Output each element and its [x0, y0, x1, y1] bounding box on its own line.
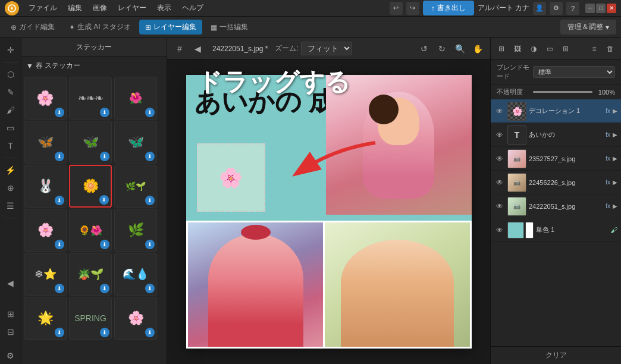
sticker-item-7[interactable]: 🐰 ⬇: [24, 165, 67, 208]
layer-visibility-2[interactable]: 👁: [494, 130, 505, 140]
write-out-button[interactable]: ↑ 書き出し: [423, 1, 474, 15]
zoom-tool[interactable]: ⊕: [2, 180, 19, 196]
zoom-in-button[interactable]: 🔍: [452, 41, 468, 57]
pencil-tool[interactable]: ✎: [2, 84, 19, 101]
transform-tool[interactable]: ⊞: [2, 306, 19, 322]
brush-tool[interactable]: 🖌: [2, 102, 19, 118]
layer-expand-5[interactable]: ▶: [613, 203, 617, 209]
redo-button[interactable]: ↪: [406, 2, 419, 15]
layer-fx-4: fx: [606, 179, 610, 186]
text-tool[interactable]: T: [2, 137, 19, 154]
layer-item-photo1[interactable]: 👁 📷 23527527_s.jpg fx ▶: [491, 147, 621, 171]
layer-expand-4[interactable]: ▶: [613, 179, 617, 186]
canvas-navigate-left[interactable]: ◀: [190, 41, 205, 57]
menu-edit[interactable]: 編集: [63, 2, 87, 14]
settings-icon[interactable]: ⚙: [550, 2, 563, 15]
sticker-item-6[interactable]: 🦋 ⬇: [114, 121, 157, 164]
layer-item-text[interactable]: 👁 T あいかの fx ▶: [491, 123, 621, 147]
arrange-tool[interactable]: ⊟: [2, 324, 19, 340]
delete-layer-button[interactable]: 🗑: [603, 42, 617, 56]
text-layer-button[interactable]: ⊞: [559, 42, 573, 56]
layer-expand-1[interactable]: ▶: [613, 108, 617, 114]
layer-expand-3[interactable]: ▶: [613, 155, 617, 162]
blend-mode-select[interactable]: 標準 乗算 スクリーン: [533, 66, 615, 78]
sticker-item-18[interactable]: 🌸 ⬇: [114, 297, 157, 340]
guide-edit-button[interactable]: ⊕ ガイド編集: [5, 20, 61, 34]
sticker-item-16[interactable]: 🌟 ⬇: [24, 297, 67, 340]
layer-item-decoration[interactable]: 👁 🌸 デコレーション 1 fx ▶: [491, 99, 621, 123]
opacity-slider[interactable]: [533, 91, 592, 93]
sticker-item-3[interactable]: 🌺 ⬇: [114, 77, 157, 120]
menu-file[interactable]: ファイル: [24, 2, 62, 14]
undo-button[interactable]: ↩: [390, 2, 403, 15]
settings-tool[interactable]: ⚙: [2, 347, 19, 364]
sticker-item-13[interactable]: ❄⭐ ⬇: [24, 253, 67, 296]
layer-visibility-5[interactable]: 👁: [494, 201, 505, 212]
layers-icon[interactable]: ☰: [2, 197, 19, 214]
right-panel-toolbar: ⊞ 🖼 ◑ ▭ ⊞ ≡ 🗑: [491, 38, 621, 59]
sticker-item-4[interactable]: 🦋 ⬇: [24, 121, 67, 164]
menu-layer[interactable]: レイヤー: [113, 2, 151, 14]
download-badge: ⬇: [100, 284, 109, 293]
sticker-category[interactable]: ▼ 春 ステッカー: [21, 57, 167, 74]
download-badge: ⬇: [100, 152, 109, 161]
blend-mode-label: ブレンドモード: [497, 63, 529, 81]
menu-image[interactable]: 画像: [88, 2, 112, 14]
layer-item-photo3[interactable]: 👁 📷 24222051_s.jpg fx ▶: [491, 194, 621, 218]
grid-view-button[interactable]: #: [172, 41, 187, 57]
sticker-item-8[interactable]: 🌼 ⬇: [69, 165, 112, 208]
clear-button[interactable]: クリア: [491, 346, 621, 364]
sticker-item-11[interactable]: 🌻🌺 ⬇: [69, 209, 112, 252]
sticker-item-17[interactable]: SPRING ⬇: [69, 297, 112, 340]
maximize-button[interactable]: □: [596, 4, 606, 13]
rectangle-tool[interactable]: ▭: [2, 120, 19, 136]
layer-edit-label: レイヤー編集: [153, 22, 196, 32]
layer-item-solid[interactable]: 👁 単色 1 🖌: [491, 218, 621, 242]
layer-visibility-6[interactable]: 👁: [494, 225, 505, 236]
user-name: アルバート カナ: [478, 3, 529, 13]
menu-view[interactable]: 表示: [152, 2, 176, 14]
minimize-button[interactable]: ─: [585, 4, 595, 13]
filter-icon[interactable]: ≡: [587, 42, 601, 56]
clear-label: クリア: [545, 350, 567, 360]
sticker-item-5[interactable]: 🦋 ⬇: [69, 121, 112, 164]
menu-help[interactable]: ヘルプ: [177, 2, 208, 14]
hand-tool-button[interactable]: ✋: [470, 41, 485, 57]
sticker-row-3: 🐰 ⬇ 🌼 ⬇ 🌿🌱 ⬇: [24, 165, 164, 208]
shape-layer-button[interactable]: ▭: [542, 42, 557, 56]
sticker-row-2: 🦋 ⬇ 🦋 ⬇ 🦋 ⬇: [24, 121, 164, 164]
layer-item-photo2[interactable]: 👁 📷 22456226_s.jpg fx ▶: [491, 171, 621, 194]
layer-visibility-4[interactable]: 👁: [494, 177, 505, 188]
help-icon[interactable]: ?: [566, 2, 579, 15]
sticker-drop-zone[interactable]: 🌸: [197, 143, 265, 212]
layer-visibility-3[interactable]: 👁: [494, 153, 505, 164]
sticker-item-9[interactable]: 🌿🌱 ⬇: [114, 165, 157, 208]
close-button[interactable]: ✕: [607, 4, 616, 13]
manage-button[interactable]: 管理＆調整 ▾: [560, 20, 616, 34]
adjustment-button[interactable]: ◑: [526, 42, 541, 56]
batch-edit-button[interactable]: ▦ 一括編集: [205, 20, 254, 34]
photo-bottom-right: [323, 221, 472, 349]
layer-expand-2[interactable]: ▶: [613, 131, 617, 138]
layer-edit-button[interactable]: ⊞ レイヤー編集: [139, 20, 202, 34]
shape-tool[interactable]: ⬡: [2, 66, 19, 83]
sticker-item-10[interactable]: 🌸 ⬇: [24, 209, 67, 252]
download-badge: ⬇: [99, 195, 109, 205]
ai-studio-button[interactable]: ✦ 生成 AI スタジオ: [63, 20, 137, 34]
sticker-item-2[interactable]: ❧❧❧ ⬇: [69, 77, 112, 120]
add-layer-button[interactable]: ⊞: [494, 42, 509, 56]
sticker-item-14[interactable]: 🪴🌱 ⬇: [69, 253, 112, 296]
sticker-item-15[interactable]: 🌊💧 ⬇: [114, 253, 157, 296]
layer-visibility-1[interactable]: 👁: [494, 106, 505, 117]
fx-tool[interactable]: ⚡: [2, 162, 19, 178]
left-arrow[interactable]: ◀: [2, 275, 19, 291]
select-tool[interactable]: ✛: [2, 42, 19, 58]
sticker-item-1[interactable]: 🌸 ⬇: [24, 77, 67, 120]
layer-thumb-4: 📷: [507, 173, 526, 192]
user-avatar[interactable]: 👤: [533, 2, 546, 15]
rotate-left-button[interactable]: ↺: [416, 41, 432, 57]
rotate-right-button[interactable]: ↻: [434, 41, 450, 57]
zoom-select[interactable]: フィット 100% 50% 200%: [301, 42, 352, 55]
photo-layer-button[interactable]: 🖼: [510, 42, 525, 56]
sticker-item-12[interactable]: 🌿 ⬇: [114, 209, 157, 252]
